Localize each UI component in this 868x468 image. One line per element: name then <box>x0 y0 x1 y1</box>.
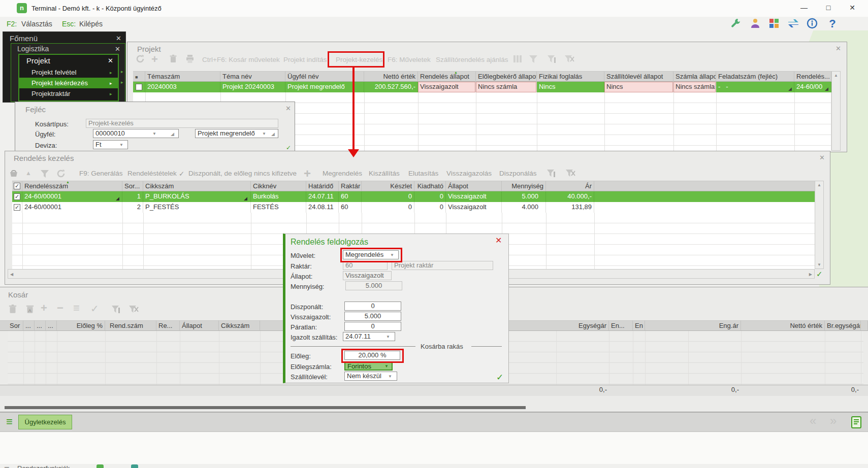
visszaigazolt-field[interactable]: 5.000 <box>344 312 401 321</box>
kosar-col-egysegar[interactable]: Egységár <box>556 320 609 331</box>
filter-edit-icon[interactable] <box>111 304 122 314</box>
taskbar-app-icon[interactable] <box>97 464 104 468</box>
columns-icon[interactable] <box>512 54 523 64</box>
filter-clear-icon[interactable] <box>128 304 139 314</box>
kosar-col-en1[interactable]: En... <box>609 320 633 331</box>
filter-icon[interactable] <box>40 169 50 179</box>
hamburger-menu-icon[interactable]: ≡ <box>6 415 13 428</box>
scroll-up-icon[interactable]: ▲ <box>834 73 838 78</box>
diszponalt-eloleg-button[interactable]: Diszponált, de előleg nincs kifizetve <box>188 170 297 177</box>
dropdown-icon[interactable]: ▼ <box>386 335 390 339</box>
rendeles-row1-cikknev[interactable]: Burkolás <box>251 191 306 202</box>
add-icon[interactable]: + <box>41 302 47 315</box>
delete-all-trash-icon[interactable]: A <box>24 304 36 315</box>
tab-ugyletkezeles[interactable]: Ügyletkezelés <box>18 415 72 429</box>
dropdown-icon[interactable]: ▼ <box>119 143 123 147</box>
submenu-close-icon[interactable]: ✕ <box>108 57 113 64</box>
delete-trash-icon[interactable] <box>7 304 18 315</box>
rendeles-col-cikknev[interactable]: Cikknév <box>251 181 306 191</box>
maximize-button[interactable]: □ <box>821 4 836 12</box>
dropdown-icon[interactable]: ▼ <box>384 364 389 369</box>
projekt-row-checkbox[interactable] <box>136 84 142 90</box>
projekt-col-nettoertek[interactable]: Nettó érték <box>364 71 418 82</box>
projekt-col-fizikaifoglalas[interactable]: Fizikai foglalás <box>537 71 604 82</box>
minimize-button[interactable]: — <box>796 4 812 12</box>
projekt-col-temanev[interactable]: Téma név <box>220 71 285 82</box>
filter-edit-icon[interactable] <box>546 168 557 178</box>
rendeles-row2-allapot[interactable]: Visszaigazolt <box>446 202 502 213</box>
f9-generalas-button[interactable]: F9: Generálás <box>79 170 123 177</box>
visszaigazolas-button[interactable]: Visszaigazolás <box>446 170 492 177</box>
rendeles-col-mennyiseg[interactable]: Mennyiség <box>502 181 546 191</box>
rendeles-vscrollbar[interactable]: ▲ ▼ <box>815 181 824 269</box>
scroll-right-icon[interactable]: ▶ <box>809 272 812 277</box>
rendeles-row2-sor[interactable]: 2 <box>122 202 143 213</box>
scroll-left-icon[interactable]: ◀ <box>10 272 13 277</box>
refresh-icon[interactable] <box>135 54 145 64</box>
projekt-row-fizikaifoglalas[interactable]: Nincs <box>537 82 604 92</box>
projekt-col-szamlaallapot[interactable]: Számla állapot <box>673 71 716 82</box>
rendeles-row1-cikkszam[interactable]: P_BURKOLÁS <box>143 191 251 202</box>
rendeles-row1-checkbox[interactable]: ✓ <box>14 193 20 200</box>
move-up-icon[interactable]: ▲ <box>25 170 31 177</box>
delete-trash-icon[interactable] <box>168 54 178 64</box>
nav-next-icon[interactable]: » <box>830 414 837 428</box>
paratlan-field[interactable]: 0 <box>344 322 401 331</box>
filter-icon[interactable] <box>528 54 538 64</box>
fejlec-close-icon[interactable]: ✕ <box>285 105 291 112</box>
info-icon[interactable] <box>806 17 821 30</box>
projekt-col-temaszam[interactable]: Témaszám <box>145 71 220 82</box>
rendeles-row2-ar[interactable]: 131,89 <box>546 202 594 213</box>
rendeles-col-allapot[interactable]: Állapot <box>446 181 502 191</box>
rendeles-select-all-checkbox[interactable]: ✓ <box>14 183 20 189</box>
rendelestetelek-button[interactable]: Rendeléstételek <box>127 170 177 177</box>
nav-prev-icon[interactable]: « <box>810 414 816 428</box>
menu-f2-key[interactable]: F2: <box>7 20 17 28</box>
filter-clear-icon[interactable] <box>565 168 576 178</box>
projekt-col-rendeles[interactable]: Rendelés... <box>794 71 831 82</box>
kosar-col-bregysegar[interactable]: Br.egységár <box>825 320 861 331</box>
document-icon[interactable] <box>850 416 862 429</box>
kosar-col-rendszam[interactable]: Rend.szám <box>108 320 156 331</box>
projekt-row-temaszam[interactable]: 20240003 <box>145 82 220 92</box>
rendeles-row1-kiadhato[interactable]: 0 <box>414 191 446 202</box>
rendeles-row1-mennyiseg[interactable]: 5.000 <box>502 191 546 202</box>
menu-esc-label[interactable]: Kilépés <box>79 20 103 28</box>
projekt-col-feladatszam[interactable]: Feladatszám (fejléc) <box>716 71 794 82</box>
kosar-col-cikkszam[interactable]: Cikkszám <box>219 320 260 331</box>
rendeles-confirm-check-icon[interactable]: ✓ <box>816 270 823 279</box>
rendeles-panel-close-icon[interactable]: ✕ <box>819 154 825 161</box>
rendeles-col-kiadhato[interactable]: Kiadható <box>414 181 446 191</box>
taskbar-app-icon[interactable] <box>131 464 138 468</box>
diszponalt-field[interactable]: 0 <box>344 302 401 311</box>
hamburger-menu-icon[interactable]: ≡ <box>4 464 10 468</box>
dropdown-icon[interactable]: ▼ <box>388 374 392 379</box>
projekt-col-szallitolevel[interactable]: Szállítólevél állapot <box>604 71 673 82</box>
rendeles-row2-checkbox[interactable]: ✓ <box>14 204 20 211</box>
kosar-col-sor[interactable]: Sor <box>8 320 23 331</box>
menu-esc-key[interactable]: Esc: <box>62 20 76 28</box>
rendeles-row1-keszlet[interactable]: 0 <box>362 191 414 202</box>
projekt-row-nettoertek[interactable]: 200.527.560,- <box>364 82 418 92</box>
rendeles-row1-hatarido[interactable]: 24.07.11 <box>306 191 339 202</box>
add-icon[interactable]: + <box>151 53 158 66</box>
megrendeles-button[interactable]: Megrendelés <box>323 170 362 177</box>
rendeles-col-keszlet[interactable]: Készlet <box>362 181 414 191</box>
rendeles-col-rendelesszam[interactable]: Rendelésszám <box>22 181 122 191</box>
list-icon[interactable]: ≡ <box>73 302 80 315</box>
kosar-col-re[interactable]: Re... <box>156 320 180 331</box>
filter-edit-icon[interactable] <box>546 54 558 64</box>
rendeles-row2-cikknev[interactable]: FESTÉS <box>251 202 306 213</box>
rendeles-row2-mennyiseg[interactable]: 4.000 <box>502 202 546 213</box>
szallitorendeles-ajanlas-button[interactable]: Szállítórendelés ajánlás <box>436 56 508 63</box>
confirm-icon[interactable]: ✓ <box>90 303 99 315</box>
dropdown-icon[interactable]: ▼ <box>262 131 266 136</box>
elutasitas-button[interactable]: Elutasítás <box>408 170 438 177</box>
menu-item-projekt-felvetel[interactable]: Projekt felvétel <box>19 67 118 78</box>
menu-item-projektraktar[interactable]: Projektraktár <box>19 88 118 99</box>
kosar-col-dots3[interactable]: ... <box>46 320 57 331</box>
projekt-inditas-button[interactable]: Projekt indítás <box>283 56 327 63</box>
rendeles-row2-rendelesszam[interactable]: 24-60/00001 <box>22 202 122 213</box>
rendeles-row2-kiadhato[interactable]: 0 <box>414 202 446 213</box>
projekt-col-elolegbekero[interactable]: Előlegbekérő állapot <box>476 71 537 82</box>
